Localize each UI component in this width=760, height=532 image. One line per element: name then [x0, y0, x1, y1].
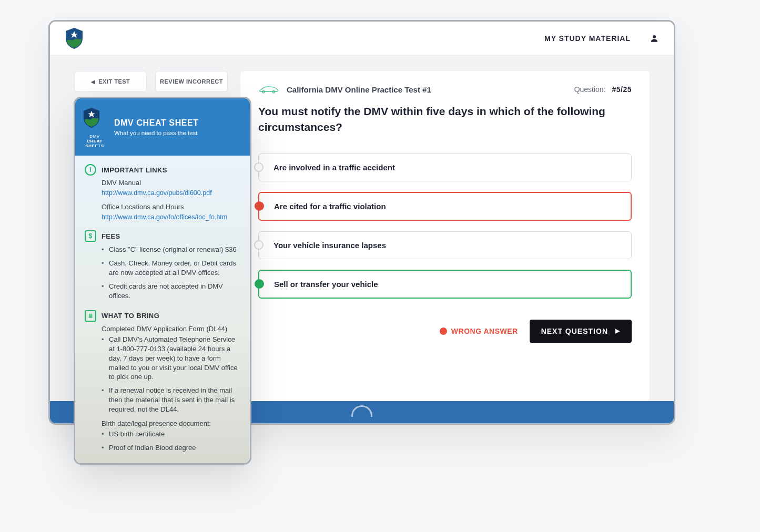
- bring-intro: Completed DMV Application Form (DL44): [102, 325, 240, 333]
- cheat-sheet-title: DMV CHEAT SHEET: [114, 118, 199, 128]
- question-counter-value: #5/25: [612, 85, 632, 94]
- list-item: US birth certificate: [102, 429, 240, 439]
- footer-arc-icon: [351, 405, 372, 417]
- info-icon: i: [85, 164, 96, 176]
- svg-point-1: [653, 35, 656, 38]
- result-badge: WRONG ANSWER: [440, 327, 518, 335]
- answer-text: Are involved in a traffic accident: [273, 163, 395, 172]
- cheat-sheet-card: DMV CHEAT SHEETS DMV CHEAT SHEET What yo…: [74, 97, 251, 465]
- cheat-sheet-subtitle: What you need to pass the test: [114, 130, 199, 136]
- cheat-sheet-header: DMV CHEAT SHEETS DMV CHEAT SHEET What yo…: [75, 98, 250, 156]
- answer-text: Sell or transfer your vehicle: [274, 280, 378, 289]
- cheat-sheet-body: i IMPORTANT LINKS DMV Manual http://www.…: [75, 156, 250, 465]
- section-heading: FEES: [102, 232, 120, 240]
- caret-right-icon: ▶: [615, 328, 620, 334]
- list-item: Proof of Indian Blood degree: [102, 443, 240, 453]
- answer-option[interactable]: Your vehicle insurance lapses: [258, 231, 632, 259]
- section-what-to-bring: ≣ WHAT TO BRING Completed DMV Applicatio…: [85, 310, 240, 453]
- review-incorrect-button[interactable]: REVIEW INCORRECT: [155, 71, 228, 92]
- answer-text: Are cited for a traffic violation: [274, 202, 386, 211]
- office-locations-link[interactable]: http://www.dmv.ca.gov/fo/offices/toc_fo.…: [102, 213, 227, 221]
- answer-text: Your vehicle insurance lapses: [273, 241, 386, 250]
- list-item: If a renewal notice is received in the m…: [102, 386, 240, 414]
- answer-option[interactable]: Are cited for a traffic violation: [258, 192, 632, 221]
- question-counter-label: Question:: [574, 85, 606, 94]
- brand-shield-icon: [65, 28, 84, 49]
- question-text: You must notify the DMV within five days…: [258, 104, 632, 136]
- section-fees: $ FEES Class "C" license (original or re…: [85, 230, 240, 301]
- link-label: Office Locations and Hours: [102, 203, 240, 211]
- car-icon: [258, 85, 279, 94]
- answer-option[interactable]: Are involved in a traffic accident: [258, 154, 632, 181]
- app-header: MY STUDY MATERIAL: [50, 22, 674, 55]
- section-important-links: i IMPORTANT LINKS DMV Manual http://www.…: [85, 164, 240, 221]
- list-item: Cash, Check, Money order, or Debit cards…: [102, 259, 240, 278]
- exit-test-button[interactable]: ◀ EXIT TEST: [74, 71, 147, 92]
- radio-icon: [254, 240, 264, 250]
- test-title: California DMV Online Practice Test #1: [287, 85, 431, 94]
- review-incorrect-label: REVIEW INCORRECT: [160, 78, 223, 85]
- radio-icon: [254, 162, 264, 172]
- user-icon[interactable]: [650, 34, 659, 43]
- radio-icon: [255, 201, 264, 211]
- status-dot-icon: [440, 328, 447, 335]
- radio-icon: [255, 279, 264, 289]
- document-icon: ≣: [85, 310, 96, 322]
- section-heading: WHAT TO BRING: [102, 312, 159, 320]
- brand-small-text: DMV CHEAT SHEETS: [83, 134, 107, 148]
- list-item: Credit cards are not accepted in DMV off…: [102, 282, 240, 301]
- quiz-card: California DMV Online Practice Test #1 Q…: [240, 71, 650, 401]
- next-question-label: NEXT QUESTION: [541, 327, 608, 335]
- nav-my-study[interactable]: MY STUDY MATERIAL: [544, 34, 631, 43]
- next-question-button[interactable]: NEXT QUESTION ▶: [530, 320, 632, 343]
- answer-list: Are involved in a traffic accident Are c…: [258, 154, 632, 299]
- caret-left-icon: ◀: [91, 79, 96, 85]
- brand-shield-icon: [83, 106, 100, 130]
- answer-option[interactable]: Sell or transfer your vehicle: [258, 270, 632, 299]
- bring-sub-intro: Birth date/legal presence document:: [102, 420, 240, 427]
- money-icon: $: [85, 230, 96, 242]
- exit-test-label: EXIT TEST: [98, 78, 130, 85]
- dmv-manual-link[interactable]: http://www.dmv.ca.gov/pubs/dl600.pdf: [102, 189, 212, 197]
- section-heading: IMPORTANT LINKS: [102, 166, 167, 174]
- list-item: Call DMV's Automated Telephone Service a…: [102, 335, 240, 382]
- result-label: WRONG ANSWER: [451, 327, 518, 335]
- question-counter: Question: #5/25: [574, 85, 632, 94]
- list-item: Class "C" license (original or renewal) …: [102, 245, 240, 254]
- link-label: DMV Manual: [102, 179, 240, 187]
